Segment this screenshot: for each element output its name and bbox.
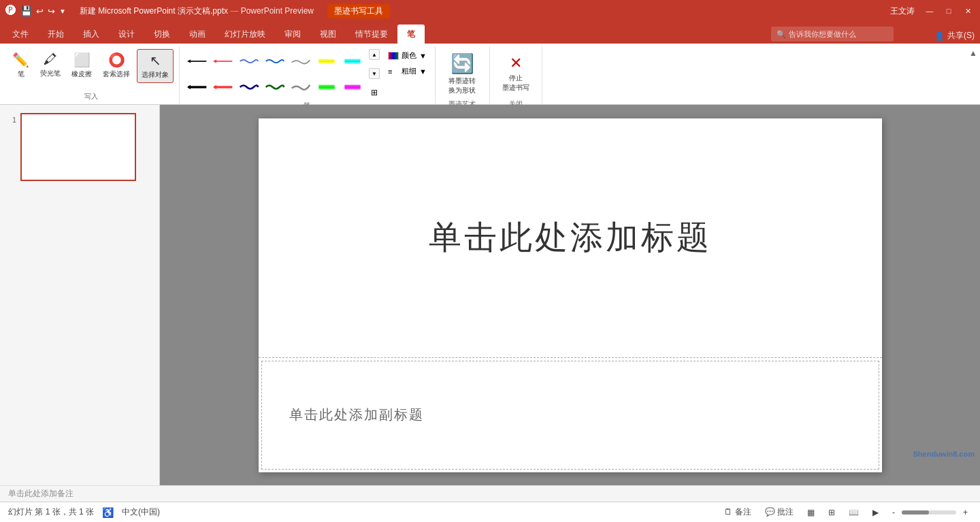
pen-options: 颜色 ▼ ≡ 粗细 ▼ <box>385 49 429 78</box>
pen-gray[interactable] <box>289 49 313 74</box>
title-sep: — <box>228 6 241 16</box>
pen-scroll-up[interactable]: ▲ <box>369 49 380 60</box>
color-label: 颜色 <box>402 50 416 61</box>
close-button[interactable]: ✕ <box>961 4 975 18</box>
pen-blue-straight[interactable] <box>263 49 287 74</box>
slide-canvas[interactable]: 单击此处添加标题 单击此处添加副标题 <box>259 118 882 472</box>
stop-inking-button[interactable]: ✕ 停止墨迹书写 <box>495 49 536 98</box>
ink-tools-tab[interactable]: 墨迹书写工具 <box>327 4 390 18</box>
status-right: 🗒 备注 💬 批注 ▦ ⊞ 📖 ▶ - + <box>720 505 972 519</box>
select-object-button[interactable]: ↖ 选择对象 <box>137 49 174 83</box>
slide-info: 幻灯片 第 1 张，共 1 张 <box>8 506 94 518</box>
notes-btn-label: 备注 <box>735 507 751 517</box>
accessibility-icon: ♿ <box>102 507 114 518</box>
slide-title-text: 单击此处添加标题 <box>429 216 712 259</box>
zoom-controls: - + <box>888 506 972 519</box>
slide-subtitle-placeholder[interactable]: 单击此处添加副标题 <box>261 361 879 470</box>
pen-navy-wavy[interactable] <box>237 75 261 99</box>
pen-blue-wavy[interactable] <box>237 49 261 74</box>
svg-marker-11 <box>213 85 216 90</box>
tab-animations[interactable]: 动画 <box>180 25 215 44</box>
pen-green-wavy[interactable] <box>263 75 287 99</box>
pen-green-highlight[interactable] <box>314 75 339 99</box>
slide-thumbnail-1[interactable] <box>20 113 136 181</box>
comments-view-button[interactable]: 💬 批注 <box>761 505 798 519</box>
tab-pen[interactable]: 笔 <box>397 25 425 44</box>
pen-red-bold[interactable] <box>211 75 235 99</box>
save-icon[interactable]: 💾 <box>20 5 32 16</box>
color-swatch-icon <box>388 52 399 60</box>
pen-scroll-expand[interactable]: ⊞ <box>369 87 380 98</box>
collapse-ribbon-button[interactable]: ▲ <box>969 46 977 59</box>
lasso-select-button[interactable]: ⭕ 套索选择 <box>99 49 134 82</box>
reading-view-button[interactable]: 📖 <box>845 506 863 519</box>
user-name: 王文涛 <box>890 5 915 17</box>
tab-design[interactable]: 设计 <box>109 25 144 44</box>
share-button[interactable]: 👤 共享(S) <box>934 30 975 42</box>
lasso-label: 套索选择 <box>103 69 130 79</box>
pen-magenta-highlight[interactable] <box>340 75 365 99</box>
slide-title-placeholder[interactable]: 单击此处添加标题 <box>259 118 882 358</box>
pen-label: 笔 <box>18 69 24 79</box>
highlighter-label: 荧光笔 <box>40 69 61 78</box>
notes-view-button[interactable]: 🗒 备注 <box>720 505 755 519</box>
slide-sorter-icon: ⊞ <box>828 508 835 517</box>
pen-yellow-highlight[interactable] <box>314 49 339 74</box>
color-option-button[interactable]: 颜色 ▼ <box>385 49 429 62</box>
tab-storyboard[interactable]: 情节提要 <box>346 25 397 44</box>
pen-scroll-down[interactable]: ▼ <box>369 68 380 79</box>
pen-tool-button[interactable]: ✏️ 笔 <box>8 49 33 82</box>
redo-icon[interactable]: ↪ <box>48 6 55 16</box>
comments-btn-label: 批注 <box>777 507 794 517</box>
pen-red-thin[interactable] <box>211 49 235 74</box>
notes-bar[interactable]: 单击此处添加备注 <box>0 485 980 502</box>
zoom-in-button[interactable]: + <box>959 506 972 519</box>
customize-icon[interactable]: ▼ <box>59 7 66 15</box>
normal-view-icon: ▦ <box>807 508 815 517</box>
eraser-tool-button[interactable]: ⬜ 橡皮擦 <box>67 49 96 82</box>
title-bar-left: 🅟 💾 ↩ ↪ ▼ <box>5 5 66 17</box>
title-bar-right: 王文涛 — □ ✕ <box>890 4 975 18</box>
eraser-label: 橡皮擦 <box>71 69 92 79</box>
svg-marker-9 <box>187 85 191 90</box>
tab-file[interactable]: 文件 <box>3 25 38 44</box>
minimize-button[interactable]: — <box>923 4 936 18</box>
highlighter-icon: 🖍 <box>44 52 57 67</box>
tab-home[interactable]: 开始 <box>38 25 74 44</box>
zoom-slider[interactable] <box>902 510 956 515</box>
tab-insert[interactable]: 插入 <box>74 25 109 44</box>
select-object-icon: ↖ <box>150 52 161 69</box>
pen-gray-bold[interactable] <box>289 75 313 99</box>
highlighter-tool-button[interactable]: 🖍 荧光笔 <box>36 49 65 81</box>
maximize-button[interactable]: □ <box>942 4 956 18</box>
tab-slideshow[interactable]: 幻灯片放映 <box>215 25 275 44</box>
thickness-label: 粗细 <box>402 66 416 76</box>
tab-transitions[interactable]: 切换 <box>144 25 180 44</box>
slide-number-1: 1 <box>5 113 16 124</box>
pen-black-thin[interactable] <box>185 49 210 74</box>
svg-marker-1 <box>187 60 191 63</box>
zoom-out-button[interactable]: - <box>888 506 899 519</box>
app-logo-icon: 🅟 <box>5 5 16 17</box>
pen-black-bold[interactable] <box>185 75 210 99</box>
group-write: ✏️ 笔 🖍 荧光笔 ⬜ 橡皮擦 ⭕ 套索选择 ↖ 选择对象 写入 <box>3 46 180 104</box>
thickness-icon: ≡ <box>388 67 399 76</box>
tab-view[interactable]: 视图 <box>310 25 346 44</box>
slide-sorter-button[interactable]: ⊞ <box>824 506 839 519</box>
pen-swatches <box>185 49 365 99</box>
thickness-dropdown-icon: ▼ <box>419 67 427 76</box>
undo-icon[interactable]: ↩ <box>36 6 44 16</box>
normal-view-button[interactable]: ▦ <box>803 506 819 519</box>
slide-subtitle-text: 单击此处添加副标题 <box>289 406 424 424</box>
language-info: 中文(中国) <box>122 506 160 518</box>
svg-marker-3 <box>213 60 216 63</box>
thickness-option-button[interactable]: ≡ 粗细 ▼ <box>385 65 429 78</box>
pen-row-2 <box>185 75 365 99</box>
pen-cyan-highlight[interactable] <box>340 49 365 74</box>
search-box[interactable]: 🔍 告诉我你想要做什么 <box>771 27 894 42</box>
title-bar-center: 新建 Microsoft PowerPoint 演示文稿.pptx — Powe… <box>66 4 890 18</box>
tab-review[interactable]: 审阅 <box>275 25 310 44</box>
canvas-area: 单击此处添加标题 单击此处添加副标题 Shenduwin8.com <box>160 105 980 485</box>
convert-to-shape-button[interactable]: 🔄 将墨迹转换为形状 <box>442 49 483 98</box>
slideshow-button[interactable]: ▶ <box>868 506 883 519</box>
